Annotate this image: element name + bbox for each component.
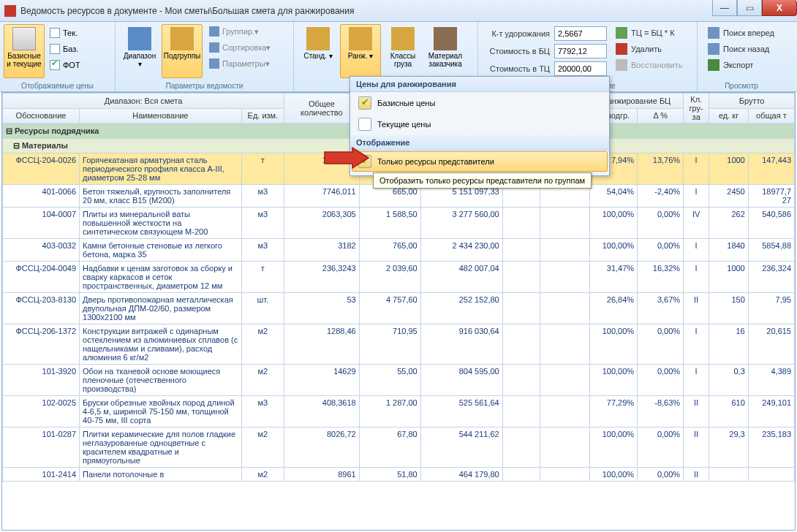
ranking-icon xyxy=(349,27,372,50)
table-row[interactable]: 104-0007Плиты из минеральной ваты повыше… xyxy=(3,208,795,239)
label: Базисные и текущие xyxy=(6,52,42,68)
restore-icon xyxy=(616,59,627,71)
th-qty[interactable]: Общее количество xyxy=(284,94,360,123)
red-arrow-annotation xyxy=(323,146,370,171)
th-unit[interactable]: Ед. изм. xyxy=(241,108,284,123)
range-button[interactable]: Диапазон ▾ xyxy=(119,24,160,78)
export-action[interactable]: Экспорт xyxy=(703,57,779,73)
th-name[interactable]: Наименование xyxy=(80,108,242,123)
sort-by[interactable]: Сортировка ▾ xyxy=(206,39,273,56)
checkbox-icon xyxy=(358,118,371,131)
field-label: К-т удорожания xyxy=(484,29,554,38)
customer-material-button[interactable]: Материал заказчика xyxy=(425,24,466,78)
base-cost-input[interactable] xyxy=(554,44,607,58)
subgroups-button[interactable]: Подгруппы xyxy=(162,24,203,78)
material-icon xyxy=(434,27,457,50)
titlebar: Ведомость ресурсов в документе - Мои сме… xyxy=(0,0,797,22)
th-w[interactable]: ед. кг xyxy=(709,108,749,123)
window-title: Ведомость ресурсов в документе - Мои сме… xyxy=(20,6,354,16)
group-label: Просмотр xyxy=(700,81,782,91)
th-class[interactable]: Кл. гру-за xyxy=(684,94,709,123)
columns-icon xyxy=(170,27,194,50)
minimize-button[interactable]: — xyxy=(712,0,737,16)
dd-base-prices[interactable]: Базисные цены xyxy=(352,93,608,113)
search-icon xyxy=(708,43,719,55)
range-icon xyxy=(128,27,151,50)
close-button[interactable]: X xyxy=(762,0,797,16)
group-label: Отображаемые цены xyxy=(3,81,112,91)
dd-current-prices[interactable]: Текущие цены xyxy=(352,114,608,134)
group-label: Параметры ведомости xyxy=(118,81,290,91)
maximize-button[interactable]: ▭ xyxy=(737,0,762,16)
group-icon xyxy=(209,26,219,37)
checkbox-icon xyxy=(50,44,60,54)
coeff-input[interactable] xyxy=(554,26,607,41)
table-row[interactable]: 101-0287Плитки керамические для полов гл… xyxy=(3,428,795,468)
dropdown-section-title: Отображение xyxy=(350,135,609,151)
table-row[interactable]: ФССЦ-204-0049Надбавки к ценам заготовок … xyxy=(3,262,795,293)
opt-fot[interactable]: ФОТ xyxy=(47,57,83,73)
th-mass[interactable]: общая т xyxy=(748,108,794,123)
field-label: Стоимость в ТЦ xyxy=(484,64,554,73)
table-row[interactable]: 403-0032Камни бетонные стеновые из легко… xyxy=(3,239,795,262)
params-icon xyxy=(209,58,219,69)
table-row[interactable]: 101-2414Панели потолочные вм2896151,8046… xyxy=(3,468,795,482)
dd-representatives-only[interactable]: Только ресурсы представители xyxy=(352,151,608,172)
dropdown-section-title: Цены для ранжирования xyxy=(350,77,609,92)
classes-icon xyxy=(391,27,415,50)
checkbox-icon xyxy=(50,60,60,70)
search-forward[interactable]: Поиск вперед xyxy=(703,25,779,41)
table-row[interactable]: 102-0025Бруски обрезные хвойных пород дл… xyxy=(3,396,795,428)
th-delta[interactable]: Δ % xyxy=(638,108,684,123)
tooltip: Отобразить только ресурсы представители … xyxy=(373,172,592,189)
table-row[interactable]: ФССЦ-206-1372Конструкции витражей с один… xyxy=(3,324,795,365)
window-controls: — ▭ X xyxy=(712,0,797,16)
delete-action[interactable]: Удалить xyxy=(611,41,687,57)
th-code[interactable]: Обоснование xyxy=(3,108,80,123)
standard-button[interactable]: Станд. ▾ xyxy=(298,24,339,78)
opt-base[interactable]: Баз. xyxy=(47,41,83,57)
field-label: Стоимость в БЦ xyxy=(484,47,554,56)
th-range[interactable]: Диапазон: Вся смета xyxy=(3,94,284,109)
table-icon xyxy=(12,27,36,50)
table-row[interactable]: 101-3920Обои на тканевой основе моющиеся… xyxy=(3,365,795,396)
cargo-classes-button[interactable]: Классы груза xyxy=(382,24,423,78)
delete-icon xyxy=(616,43,627,55)
opt-current[interactable]: Тек. xyxy=(47,25,83,41)
group-by[interactable]: Группир. ▾ xyxy=(206,23,273,39)
th-gross[interactable]: Брутто xyxy=(709,94,795,109)
params-btn[interactable]: Параметры ▾ xyxy=(206,56,273,72)
prices-base-current-button[interactable]: Базисные и текущие xyxy=(4,24,45,78)
search-back[interactable]: Поиск назад xyxy=(703,41,779,57)
current-cost-input[interactable] xyxy=(554,61,607,76)
search-icon xyxy=(708,27,719,39)
restore-action[interactable]: Восстановить xyxy=(611,57,687,73)
formula-action[interactable]: ТЦ = БЦ * К xyxy=(611,25,687,41)
table-row[interactable]: ФССЦ-203-8130Дверь противопожарная метал… xyxy=(3,293,795,324)
checkbox-icon xyxy=(50,28,60,38)
formula-icon xyxy=(616,27,627,39)
standard-icon xyxy=(306,27,330,50)
ranking-dropdown: Цены для ранжирования Базисные цены Теку… xyxy=(350,76,610,176)
app-icon xyxy=(4,5,16,17)
checkbox-icon xyxy=(358,96,371,110)
ranking-button[interactable]: Ранж. ▾ xyxy=(340,24,381,78)
sort-icon xyxy=(209,42,219,53)
export-icon xyxy=(708,59,719,71)
